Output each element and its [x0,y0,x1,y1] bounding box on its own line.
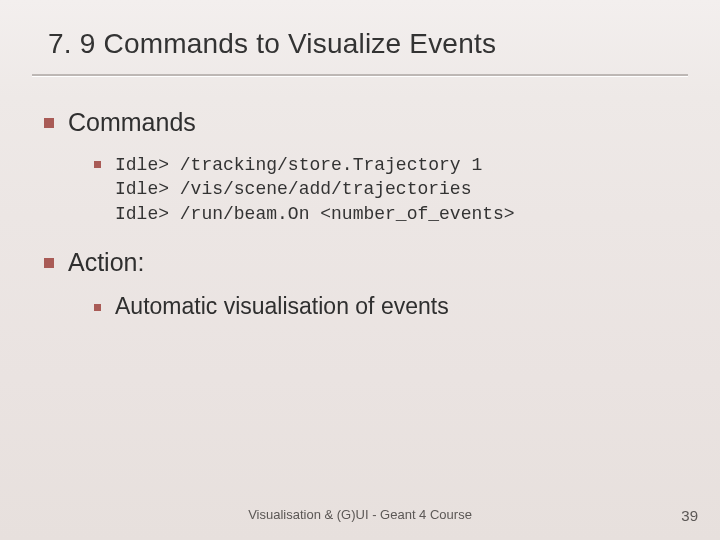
code-block: Idle> /tracking/store.Trajectory 1 Idle>… [115,153,515,226]
square-bullet-icon [44,118,54,128]
section-heading: Commands [68,108,196,137]
section-heading: Action: [68,248,144,277]
square-bullet-icon [94,161,101,168]
section-action: Action: [44,248,680,277]
page-number: 39 [681,507,698,524]
section-commands: Commands [44,108,680,137]
slide-body: Commands Idle> /tracking/store.Trajector… [44,108,680,320]
action-text: Automatic visualisation of events [115,293,449,320]
action-sub: Automatic visualisation of events [94,293,680,320]
commands-code: Idle> /tracking/store.Trajectory 1 Idle>… [94,153,680,226]
title-underline [32,74,688,76]
slide-title: 7. 9 Commands to Visualize Events [48,28,680,60]
footer-text: Visualisation & (G)UI - Geant 4 Course [0,507,720,522]
slide: 7. 9 Commands to Visualize Events Comman… [0,0,720,540]
square-bullet-icon [44,258,54,268]
square-bullet-icon [94,304,101,311]
